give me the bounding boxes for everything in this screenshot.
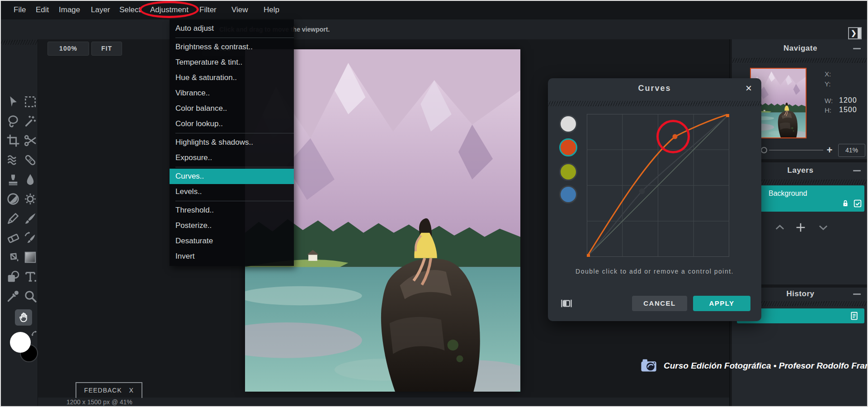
collapse-panel-button[interactable]: ❯ bbox=[848, 27, 862, 39]
menu-item-help[interactable]: Help bbox=[264, 0, 279, 19]
heal-tool[interactable] bbox=[23, 153, 38, 167]
red-channel-button[interactable] bbox=[559, 138, 577, 156]
menu-item-temperature-tint[interactable]: Temperature & tint.. bbox=[170, 55, 294, 70]
arrange-tool[interactable] bbox=[6, 95, 20, 109]
x-label: X: bbox=[825, 70, 831, 78]
swap-colors-icon[interactable] bbox=[31, 330, 39, 338]
close-icon[interactable]: × bbox=[742, 82, 755, 95]
liquify-tool[interactable] bbox=[6, 153, 20, 167]
master-curve-point[interactable] bbox=[639, 189, 645, 194]
menu-item-vibrance[interactable]: Vibrance.. bbox=[170, 85, 294, 101]
curve-endpoint-low[interactable] bbox=[587, 254, 590, 257]
menu-item-invert[interactable]: Invert bbox=[170, 249, 294, 264]
collapse-minus-icon[interactable] bbox=[853, 170, 861, 171]
menu-item-filter[interactable]: Filter bbox=[199, 0, 217, 19]
foreground-color-swatch[interactable] bbox=[10, 332, 31, 353]
menu-item-desaturate[interactable]: Desaturate bbox=[170, 233, 294, 249]
menu-divider bbox=[175, 133, 294, 133]
feedback-label[interactable]: FEEDBACK bbox=[84, 387, 122, 394]
width-value: 1200 bbox=[839, 96, 857, 104]
move-layer-down-button[interactable] bbox=[817, 221, 830, 234]
zoom-tool[interactable] bbox=[23, 289, 38, 303]
menu-bar: FileEditImageLayerSelectAdjustmentFilter… bbox=[0, 0, 868, 19]
stamp-icon bbox=[6, 172, 20, 187]
height-label: H: bbox=[825, 106, 831, 114]
menu-item-exposure[interactable]: Exposure.. bbox=[170, 150, 294, 166]
eraser-tool[interactable] bbox=[6, 231, 20, 245]
menu-item-file[interactable]: File bbox=[14, 0, 26, 19]
menu-item-auto-adjust[interactable]: Auto adjust bbox=[170, 21, 294, 36]
pencil-tool[interactable] bbox=[6, 211, 20, 226]
picker-tool[interactable] bbox=[6, 289, 20, 303]
menu-divider bbox=[175, 201, 294, 201]
chevron-right-icon: ❯ bbox=[851, 29, 857, 37]
lasso-select-tool[interactable] bbox=[6, 114, 20, 128]
cutout-tool[interactable] bbox=[23, 133, 38, 148]
options-bar: 100% FIT FILL bbox=[0, 19, 868, 39]
menu-item-levels[interactable]: Levels.. bbox=[170, 184, 294, 199]
menu-item-select[interactable]: Select bbox=[119, 0, 141, 19]
eyedropper-icon bbox=[6, 289, 20, 303]
chevron-up-icon bbox=[774, 221, 786, 234]
paint-bucket-icon bbox=[6, 250, 20, 265]
shape-tool[interactable] bbox=[6, 270, 20, 284]
text-tool[interactable] bbox=[23, 270, 38, 284]
move-layer-up-button[interactable] bbox=[774, 221, 786, 234]
green-channel-button[interactable] bbox=[559, 163, 577, 181]
menu-item-color-balance[interactable]: Color balance.. bbox=[170, 101, 294, 116]
zoom-slider-knob[interactable] bbox=[761, 147, 767, 153]
menu-item-image[interactable]: Image bbox=[59, 0, 80, 19]
apply-button[interactable]: APPLY bbox=[693, 296, 750, 311]
dodge-burn-tool[interactable] bbox=[6, 192, 20, 206]
menu-item-brightness-contrast[interactable]: Brightness & contrast.. bbox=[170, 39, 294, 55]
hatch-divider bbox=[732, 58, 868, 63]
zoom-slider-track[interactable] bbox=[769, 150, 823, 151]
rgb-channel-button[interactable] bbox=[559, 115, 577, 133]
marquee-icon bbox=[23, 95, 38, 109]
magnifier-icon bbox=[23, 289, 38, 303]
menu-item-threshold[interactable]: Threshold.. bbox=[170, 203, 294, 218]
zoom-in-button[interactable]: + bbox=[825, 144, 834, 156]
scissors-icon bbox=[23, 133, 38, 148]
menu-item-view[interactable]: View bbox=[231, 0, 248, 19]
annotation-oval-adjustment bbox=[139, 1, 199, 18]
menu-item-hue-saturation[interactable]: Hue & saturation.. bbox=[170, 70, 294, 85]
collapse-minus-icon[interactable] bbox=[853, 48, 861, 49]
history-document-icon bbox=[849, 310, 860, 322]
dialog-title: Curves bbox=[548, 84, 761, 93]
sharpen-tool[interactable] bbox=[23, 192, 38, 206]
draw-tool[interactable] bbox=[23, 211, 38, 226]
smudge-tool[interactable] bbox=[23, 231, 38, 245]
visibility-checkbox-icon[interactable] bbox=[853, 199, 863, 208]
wand-select-tool[interactable] bbox=[23, 114, 38, 128]
menu-item-layer[interactable]: Layer bbox=[91, 0, 110, 19]
clone-stamp-tool[interactable] bbox=[6, 172, 20, 187]
dialog-hint-text: Double click to add or remove a control … bbox=[548, 268, 761, 275]
brush-icon bbox=[23, 211, 38, 226]
zoom-100-button[interactable]: 100% bbox=[47, 42, 89, 56]
curve-endpoint-high[interactable] bbox=[726, 114, 729, 117]
crop-tool[interactable] bbox=[6, 133, 20, 148]
menu-item-posterize[interactable]: Posterize.. bbox=[170, 218, 294, 233]
blur-tool[interactable] bbox=[23, 172, 38, 187]
gradient-tool[interactable] bbox=[23, 250, 38, 265]
menu-item-curves[interactable]: Curves.. bbox=[170, 169, 294, 184]
marquee-select-tool[interactable] bbox=[23, 95, 38, 109]
lock-icon[interactable] bbox=[840, 198, 851, 209]
collapse-minus-icon[interactable] bbox=[853, 293, 861, 295]
menu-item-edit[interactable]: Edit bbox=[36, 0, 49, 19]
zoom-value-field[interactable]: 41% bbox=[838, 144, 865, 157]
fit-button[interactable]: FIT bbox=[91, 42, 122, 56]
menu-item-color-lookup[interactable]: Color lookup.. bbox=[170, 116, 294, 132]
lasso-icon bbox=[6, 114, 20, 128]
fill-tool[interactable] bbox=[6, 250, 20, 265]
add-layer-button[interactable] bbox=[794, 221, 807, 234]
cursor-icon bbox=[6, 95, 20, 109]
blue-channel-button[interactable] bbox=[559, 185, 577, 204]
hand-tool[interactable] bbox=[15, 309, 32, 326]
feedback-button[interactable]: FEEDBACKX bbox=[75, 382, 142, 398]
feedback-close[interactable]: X bbox=[129, 387, 134, 394]
menu-item-highlights-shadows[interactable]: Highlights & shadows.. bbox=[170, 135, 294, 150]
cancel-button[interactable]: CANCEL bbox=[632, 296, 687, 311]
compare-before-after-icon[interactable] bbox=[560, 297, 573, 310]
